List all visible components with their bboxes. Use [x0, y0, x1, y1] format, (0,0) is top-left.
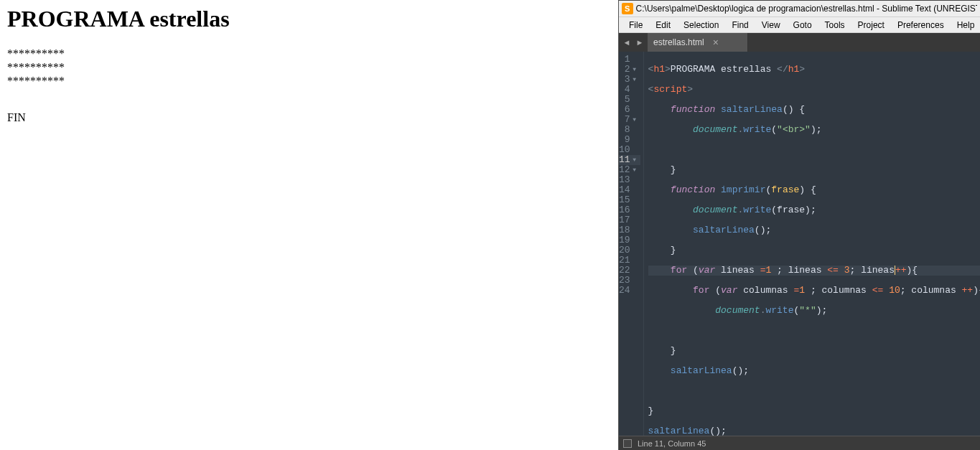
tab-nav: ◄ ► — [619, 33, 648, 52]
status-cursor-position: Line 11, Column 45 — [638, 439, 706, 448]
menu-preferences[interactable]: Preferences — [892, 19, 950, 32]
tab-close-icon[interactable]: × — [713, 37, 719, 48]
tab-forward-icon[interactable]: ► — [635, 37, 645, 47]
menu-selection[interactable]: Selection — [678, 19, 724, 32]
menu-goto[interactable]: Goto — [788, 19, 818, 32]
tab-label: estrellas.html — [653, 37, 704, 47]
stars-line: ********** — [7, 47, 611, 60]
window-title-bar[interactable]: S C:\Users\palme\Desktop\logica de progr… — [619, 1, 980, 17]
menu-bar: File Edit Selection Find View Goto Tools… — [619, 17, 980, 33]
tab-estrellas[interactable]: estrellas.html × — [648, 33, 748, 52]
menu-file[interactable]: File — [623, 19, 648, 32]
code-content[interactable]: <h1>PROGRAMA estrellas </h1> <script> fu… — [644, 52, 980, 436]
stars-line: ********** — [7, 60, 611, 74]
status-panel-icon[interactable] — [623, 439, 632, 448]
sublime-app-icon: S — [622, 3, 633, 14]
tab-back-icon[interactable]: ◄ — [622, 37, 632, 47]
menu-edit[interactable]: Edit — [650, 19, 676, 32]
browser-page: PROGRAMA estrellas ********** **********… — [0, 0, 618, 450]
menu-view[interactable]: View — [756, 19, 786, 32]
menu-project[interactable]: Project — [852, 19, 890, 32]
status-bar: Line 11, Column 45 — [619, 436, 980, 450]
window-title: C:\Users\palme\Desktop\logica de program… — [636, 4, 977, 14]
menu-find[interactable]: Find — [726, 19, 754, 32]
line-number-gutter: 1 2▼ 3▼ 4 5 6 7▼ 8 9 10 11▼ 12▼ 13 14 15… — [619, 52, 644, 436]
menu-tools[interactable]: Tools — [819, 19, 851, 32]
stars-line: ********** — [7, 74, 611, 88]
menu-help[interactable]: Help — [951, 19, 980, 32]
fin-text: FIN — [7, 111, 611, 124]
code-area[interactable]: 1 2▼ 3▼ 4 5 6 7▼ 8 9 10 11▼ 12▼ 13 14 15… — [619, 52, 980, 436]
page-heading: PROGRAMA estrellas — [7, 6, 611, 32]
tab-bar: ◄ ► estrellas.html × — [619, 33, 980, 52]
sublime-editor-window: S C:\Users\palme\Desktop\logica de progr… — [618, 0, 980, 450]
